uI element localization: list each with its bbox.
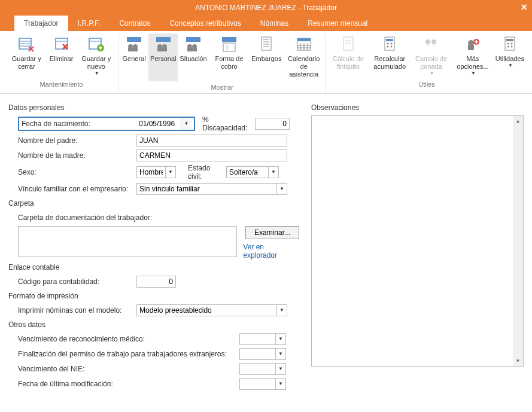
embargos-button[interactable]: Embargos xyxy=(250,33,283,81)
guardar-nuevo-button[interactable]: Guardar y nuevo ▼ xyxy=(76,33,117,78)
situacion-button[interactable]: Situación xyxy=(178,33,208,81)
svg-point-46 xyxy=(425,39,430,44)
finalizacion-permiso-input[interactable] xyxy=(239,348,275,360)
chevron-down-icon: ▼ xyxy=(508,63,513,68)
situacion-icon xyxy=(184,35,203,54)
ribbon: Guardar y cerrar Eliminar Guardar y nuev… xyxy=(0,31,532,94)
window-title: ANTONIO MARTINEZ JUAREZ - Trabajador xyxy=(195,4,337,12)
discapacidad-input[interactable] xyxy=(255,118,290,130)
vencimiento-nie-label: Vencimiento del NIE: xyxy=(18,365,239,373)
imprimir-modelo-label: Imprimir nóminas con el modelo: xyxy=(18,306,136,315)
codigo-contabilidad-input[interactable] xyxy=(136,276,176,288)
svg-point-47 xyxy=(431,39,436,44)
svg-rect-31 xyxy=(297,38,311,41)
vencimiento-nie-input[interactable] xyxy=(239,363,275,375)
nombre-madre-input[interactable] xyxy=(136,149,287,161)
eliminar-button[interactable]: Eliminar xyxy=(47,33,76,78)
svg-rect-49 xyxy=(468,45,474,50)
section-observaciones: Observaciones xyxy=(311,103,524,112)
imprimir-modelo-dropdown[interactable]: ▼ xyxy=(276,304,287,316)
svg-rect-18 xyxy=(157,48,167,51)
examinar-button[interactable]: Examinar... xyxy=(245,226,299,239)
recalcular-button[interactable]: Recalcular acumulado xyxy=(369,33,411,78)
svg-point-45 xyxy=(391,46,393,48)
vinculo-select[interactable] xyxy=(136,183,276,195)
codigo-contabilidad-label: Código para contabilidad: xyxy=(18,277,136,286)
svg-rect-24 xyxy=(223,43,235,51)
observaciones-textarea[interactable]: ▲ ▼ xyxy=(311,115,524,367)
estado-civil-dropdown[interactable]: ▼ xyxy=(268,166,279,178)
ver-explorador-link[interactable]: Ver en explorador xyxy=(243,243,299,260)
scroll-up-icon[interactable]: ▲ xyxy=(513,116,523,126)
vinculo-dropdown[interactable]: ▼ xyxy=(276,183,287,195)
vencimiento-medico-input[interactable] xyxy=(239,333,275,345)
estado-civil-select[interactable] xyxy=(226,166,268,178)
fecha-modificacion-label: Fecha de última modificación: xyxy=(18,380,239,388)
imprimir-modelo-select[interactable] xyxy=(136,304,276,316)
scroll-down-icon[interactable]: ▼ xyxy=(513,356,523,366)
fecha-nacimiento-dropdown[interactable]: ▼ xyxy=(181,118,191,130)
sexo-dropdown[interactable]: ▼ xyxy=(165,166,176,178)
personal-button[interactable]: Personal xyxy=(148,33,178,81)
utilidades-button[interactable]: Utilidades ▼ xyxy=(494,33,526,78)
svg-point-55 xyxy=(507,43,509,45)
forma-cobro-button[interactable]: Forma de cobro xyxy=(209,33,250,81)
finalizacion-permiso-label: Finalización del permiso de trabajo para… xyxy=(18,350,239,358)
vencimiento-nie-dropdown[interactable]: ▼ xyxy=(275,363,286,375)
jornada-icon xyxy=(422,35,441,54)
mas-opciones-button[interactable]: Más opciones... ▼ xyxy=(452,33,493,78)
tab-bar: Trabajador I.R.P.F. Contratos Conceptos … xyxy=(0,16,532,31)
close-icon[interactable]: × xyxy=(521,1,527,14)
group-mantenimiento-label: Mantenimiento xyxy=(6,78,117,90)
forma-cobro-icon xyxy=(220,35,239,54)
svg-point-57 xyxy=(507,46,509,48)
svg-point-44 xyxy=(387,46,389,48)
carpeta-doc-label: Carpeta de documentación del trabajador: xyxy=(18,213,152,222)
tab-conceptos[interactable]: Conceptos retributivos xyxy=(160,16,250,31)
finalizacion-permiso-dropdown[interactable]: ▼ xyxy=(275,348,286,360)
cambio-jornada-button: Cambio de jornada ▼ xyxy=(411,33,452,78)
recalcular-icon xyxy=(380,35,399,54)
svg-rect-41 xyxy=(386,39,393,41)
utilidades-icon xyxy=(500,35,519,54)
nombre-padre-input[interactable] xyxy=(136,135,287,147)
vencimiento-medico-dropdown[interactable]: ▼ xyxy=(275,333,286,345)
chevron-down-icon: ▼ xyxy=(430,71,434,76)
carpeta-doc-input[interactable] xyxy=(18,226,237,257)
nombre-madre-label: Nombre de la madre: xyxy=(18,151,136,160)
fecha-nacimiento-label: Fecha de nacimiento: xyxy=(19,120,136,128)
section-datos-personales: Datos personales xyxy=(8,103,299,112)
vencimiento-medico-label: Vencimiento de reconocimiento médico: xyxy=(18,335,239,343)
calendario-button[interactable]: Calendario de asistencia xyxy=(283,33,324,81)
vinculo-label: Vínculo familiar con el empresario: xyxy=(18,185,136,193)
personal-icon xyxy=(154,35,173,54)
group-mostrar-label: Mostrar xyxy=(120,81,324,93)
embargos-icon xyxy=(257,35,276,54)
delete-icon xyxy=(52,35,71,54)
tab-irpf[interactable]: I.R.P.F. xyxy=(68,16,110,31)
fecha-modificacion-dropdown[interactable]: ▼ xyxy=(275,378,286,390)
section-carpeta: Carpeta xyxy=(8,199,299,207)
fecha-nacimiento-row: Fecha de nacimiento: ▼ xyxy=(18,117,195,131)
guardar-cerrar-button[interactable]: Guardar y cerrar xyxy=(6,33,47,78)
estado-civil-label: Estado civil: xyxy=(176,164,226,181)
svg-rect-23 xyxy=(222,37,236,42)
svg-point-43 xyxy=(391,43,393,45)
svg-rect-54 xyxy=(506,39,513,41)
save-close-icon xyxy=(17,35,36,54)
svg-rect-22 xyxy=(187,48,197,51)
sexo-select[interactable] xyxy=(136,166,165,178)
svg-rect-37 xyxy=(343,37,353,50)
chevron-down-icon: ▼ xyxy=(95,71,99,76)
sexo-label: Sexo: xyxy=(18,168,136,176)
mas-opciones-icon xyxy=(463,35,482,54)
tab-nominas[interactable]: Nóminas xyxy=(251,16,298,31)
fecha-modificacion-input[interactable] xyxy=(239,378,275,390)
section-formato-impresion: Formato de impresión xyxy=(8,292,299,300)
tab-resumen[interactable]: Resumen mensual xyxy=(298,16,377,31)
general-button[interactable]: General xyxy=(120,33,148,81)
fecha-nacimiento-input[interactable] xyxy=(136,118,181,130)
tab-contratos[interactable]: Contratos xyxy=(110,16,160,31)
tab-trabajador[interactable]: Trabajador xyxy=(14,16,68,31)
scrollbar[interactable]: ▲ ▼ xyxy=(513,116,523,366)
